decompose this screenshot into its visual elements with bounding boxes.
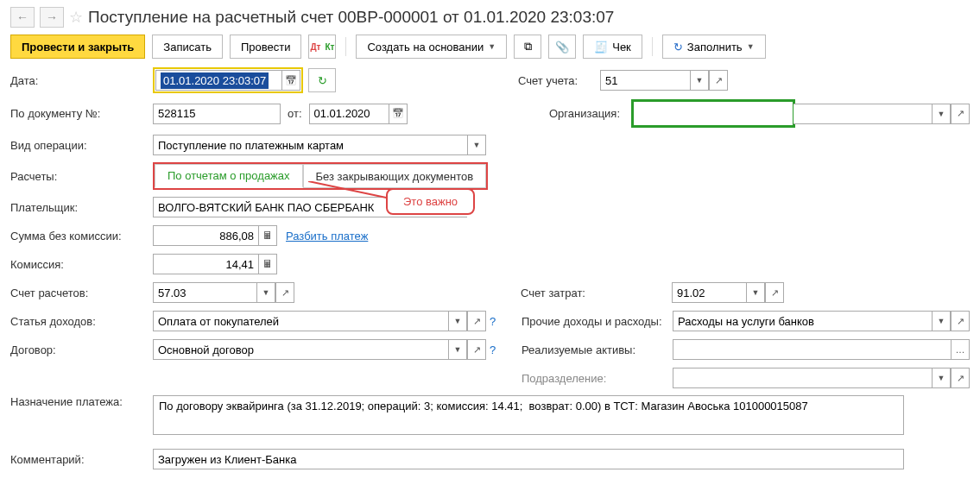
back-button[interactable]: ← — [10, 7, 35, 28]
forward-button[interactable]: → — [40, 7, 64, 28]
contract-dropdown-button[interactable]: ▼ — [448, 339, 467, 360]
fill-button[interactable]: ↻ Заполнить ▼ — [662, 35, 766, 59]
tab-by-sales-reports[interactable]: По отчетам о продажах — [155, 164, 303, 188]
date-calendar-button[interactable] — [281, 70, 300, 91]
fill-icon: ↻ — [673, 41, 683, 54]
post-and-close-button[interactable]: Провести и закрыть — [10, 35, 145, 59]
label-sum-no-fee: Сумма без комиссии: — [10, 230, 153, 243]
label-from: от: — [288, 107, 302, 120]
label-account: Счет учета: — [518, 74, 600, 87]
label-income-item: Статья доходов: — [10, 315, 153, 328]
tab-no-closing-docs[interactable]: Без закрывающих документов — [303, 164, 487, 188]
doc-date-input[interactable] — [309, 104, 389, 124]
toolbar: Провести и закрыть Записать Провести ДтК… — [10, 35, 970, 59]
refresh-icon: ↻ — [318, 74, 327, 87]
purpose-textarea[interactable] — [153, 395, 904, 435]
division-open-button[interactable] — [951, 368, 970, 388]
expense-account-open-button[interactable] — [765, 282, 784, 303]
expense-account-input[interactable] — [672, 282, 746, 303]
income-item-input[interactable] — [153, 311, 448, 331]
contract-open-button[interactable] — [467, 339, 486, 360]
income-item-open-button[interactable] — [467, 311, 486, 331]
attach-button[interactable]: 📎 — [548, 35, 576, 59]
check-button[interactable]: 🧾 Чек — [583, 35, 642, 59]
label-account-calc: Счет расчетов: — [10, 287, 153, 299]
label-calc: Расчеты: — [10, 170, 153, 183]
other-income-input[interactable] — [673, 311, 932, 331]
op-type-dropdown-button[interactable]: ▼ — [467, 135, 486, 155]
callout-bubble: Это важно — [386, 188, 475, 215]
label-payer: Плательщик: — [10, 201, 153, 214]
favorite-star-icon[interactable]: ☆ — [69, 8, 83, 27]
label-comment: Комментарий: — [10, 453, 153, 466]
other-income-dropdown-button[interactable]: ▼ — [932, 311, 951, 331]
label-purpose: Назначение платежа: — [10, 395, 153, 408]
dtct-button[interactable]: ДтКт — [308, 35, 336, 59]
label-commission: Комиссия: — [10, 258, 153, 271]
date-action-button[interactable]: ↻ — [308, 68, 336, 92]
division-dropdown-button[interactable]: ▼ — [932, 368, 951, 388]
paperclip-icon: 📎 — [555, 41, 569, 54]
label-org: Организация: — [549, 107, 631, 120]
division-input[interactable] — [673, 368, 932, 388]
account-calc-dropdown-button[interactable]: ▼ — [256, 282, 275, 303]
org-dropdown-button[interactable]: ▼ — [932, 104, 951, 124]
account-input[interactable] — [600, 70, 690, 91]
label-expense-account: Счет затрат: — [521, 287, 672, 299]
label-date: Дата: — [10, 74, 153, 87]
contract-input[interactable] — [153, 339, 448, 360]
structure-icon: ⧉ — [524, 40, 532, 54]
comment-input[interactable] — [153, 449, 904, 469]
label-assets: Реализуемые активы: — [522, 343, 673, 356]
op-type-input[interactable] — [153, 135, 467, 155]
sum-calc-button[interactable] — [258, 225, 277, 246]
assets-input[interactable] — [673, 339, 951, 360]
account-calc-open-button[interactable] — [275, 282, 294, 303]
org-open-button[interactable] — [951, 104, 970, 124]
date-input[interactable]: 01.01.2020 23:03:07 — [155, 70, 281, 91]
income-item-help-icon[interactable]: ? — [490, 315, 496, 328]
create-based-on-button[interactable]: Создать на основании ▼ — [356, 35, 507, 59]
label-contract: Договор: — [10, 343, 153, 356]
contract-help-icon[interactable]: ? — [490, 343, 496, 356]
write-button[interactable]: Записать — [152, 35, 223, 59]
commission-input[interactable] — [153, 254, 258, 274]
other-income-open-button[interactable] — [951, 311, 970, 331]
account-open-button[interactable] — [709, 70, 728, 91]
account-dropdown-button[interactable]: ▼ — [690, 70, 709, 91]
structure-button[interactable]: ⧉ — [514, 35, 541, 59]
calc-tabs: По отчетам о продажах Без закрывающих до… — [153, 162, 488, 190]
sum-no-fee-input[interactable] — [153, 225, 258, 246]
doc-date-calendar-button[interactable] — [389, 104, 408, 124]
split-payment-link[interactable]: Разбить платеж — [286, 230, 368, 243]
assets-more-button[interactable] — [951, 339, 970, 360]
commission-calc-button[interactable] — [258, 254, 277, 274]
expense-account-dropdown-button[interactable]: ▼ — [746, 282, 765, 303]
page-title: Поступление на расчетный счет 00ВР-00000… — [88, 8, 614, 27]
account-calc-input[interactable] — [153, 282, 256, 303]
label-op-type: Вид операции: — [10, 139, 153, 152]
org-input[interactable] — [793, 104, 932, 124]
label-doc-num: По документу №: — [10, 107, 153, 120]
doc-number-input[interactable] — [153, 104, 281, 124]
receipt-icon: 🧾 — [594, 41, 608, 54]
label-other-income: Прочие доходы и расходы: — [522, 315, 673, 328]
income-item-dropdown-button[interactable]: ▼ — [448, 311, 467, 331]
post-button[interactable]: Провести — [230, 35, 302, 59]
label-division: Подразделение: — [522, 372, 673, 385]
